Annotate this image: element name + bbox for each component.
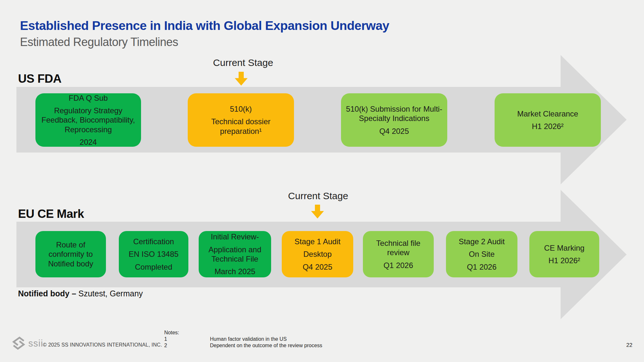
ssii-logo-icon [11, 335, 26, 351]
stage-us-510k-submission: 510(k) Submission for Multi-Specialty In… [341, 93, 447, 147]
notified-body-line: Notified body – Szutest, Germany [18, 289, 143, 298]
stage-line: Certification [133, 237, 174, 246]
stage-line: Completed [135, 262, 172, 272]
stage-eu-initial-review: Initial Review- Application and Technica… [199, 231, 271, 277]
stage-line: Technical file review [367, 238, 430, 257]
page-subtitle: Estimated Regulatory Timelines [20, 35, 389, 49]
stage-line: Desktop [303, 249, 332, 259]
stage-line: March 2025 [214, 267, 255, 276]
stage-line: Market Clearance [517, 109, 578, 118]
slide: Established Presence in India with Globa… [0, 0, 644, 362]
ssii-logo: ssii [11, 335, 43, 351]
stage-line: Q1 2026 [384, 261, 413, 270]
stage-line: Q1 2026 [467, 262, 497, 272]
stage-line: On Site [469, 249, 495, 259]
notes-label: Notes: [164, 330, 322, 336]
current-stage-label-us: Current Stage [195, 57, 291, 68]
stage-us-510k-dossier: 510(k) Technical dossier preparation¹ [188, 93, 294, 147]
stage-eu-certification: Certification EN ISO 13485 Completed [119, 231, 188, 277]
stage-eu-stage1-audit: Stage 1 Audit Desktop Q4 2025 [282, 231, 353, 277]
section-heading-us-fda: US FDA [18, 72, 62, 86]
stage-line: 510(k) [230, 104, 252, 114]
notified-body-label: Notified body – [18, 289, 79, 298]
stage-line: Q4 2025 [303, 262, 332, 272]
current-stage-arrow-icon-us [235, 72, 248, 86]
current-stage-label-eu: Current Stage [270, 190, 366, 201]
page-title: Established Presence in India with Globa… [20, 19, 389, 33]
note-row: 2 Dependent on the outcome of the review… [164, 342, 322, 349]
stage-line: CE Marking [544, 243, 584, 253]
stage-line: 510(k) Submission for Multi-Specialty In… [345, 104, 443, 123]
note-text: Human factor validation in the US [210, 336, 287, 342]
stage-line: Regulatory Strategy Feedback, Biocompati… [39, 106, 137, 134]
stage-line: Q4 2025 [379, 126, 409, 136]
stage-line: Application and Technical File [203, 245, 267, 264]
stage-line: Stage 1 Audit [295, 237, 341, 246]
notified-body-value: Szutest, Germany [79, 289, 143, 298]
stage-line: H1 2026² [548, 256, 580, 265]
stage-eu-technical-file-review: Technical file review Q1 2026 [363, 231, 434, 277]
note-number: 1 [164, 336, 210, 342]
note-number: 2 [164, 342, 210, 349]
stage-line: Initial Review- [211, 232, 259, 241]
stage-line: Technical dossier preparation¹ [192, 117, 290, 136]
stage-line: Stage 2 Audit [459, 237, 505, 246]
title-block: Established Presence in India with Globa… [20, 19, 389, 49]
stage-eu-stage2-audit: Stage 2 Audit On Site Q1 2026 [446, 231, 517, 277]
stage-eu-ce-marking: CE Marking H1 2026² [529, 231, 599, 277]
stage-line: EN ISO 13485 [129, 249, 179, 259]
stage-line: Route of conformity to Notified body [39, 240, 102, 268]
note-row: 1 Human factor validation in the US [164, 336, 322, 342]
notes-block: Notes: 1 Human factor validation in the … [164, 330, 322, 349]
copyright-text: © 2025 SS INNOVATIONS INTERNATIONAL, INC… [43, 342, 162, 348]
page-number: 22 [626, 342, 632, 348]
stage-us-market-clearance: Market Clearance H1 2026² [495, 93, 601, 147]
note-text: Dependent on the outcome of the review p… [210, 342, 322, 349]
current-stage-arrow-icon-eu [311, 205, 324, 218]
section-heading-eu-ce: EU CE Mark [18, 207, 84, 221]
ssii-logo-text: ssii [28, 338, 43, 349]
stage-line: H1 2026² [532, 122, 564, 131]
stage-line: FDA Q Sub [69, 93, 108, 103]
stage-us-fda-qsub: FDA Q Sub Regulatory Strategy Feedback, … [35, 93, 141, 147]
stage-eu-route-conformity: Route of conformity to Notified body [35, 231, 106, 277]
stage-line: 2024 [80, 137, 97, 147]
